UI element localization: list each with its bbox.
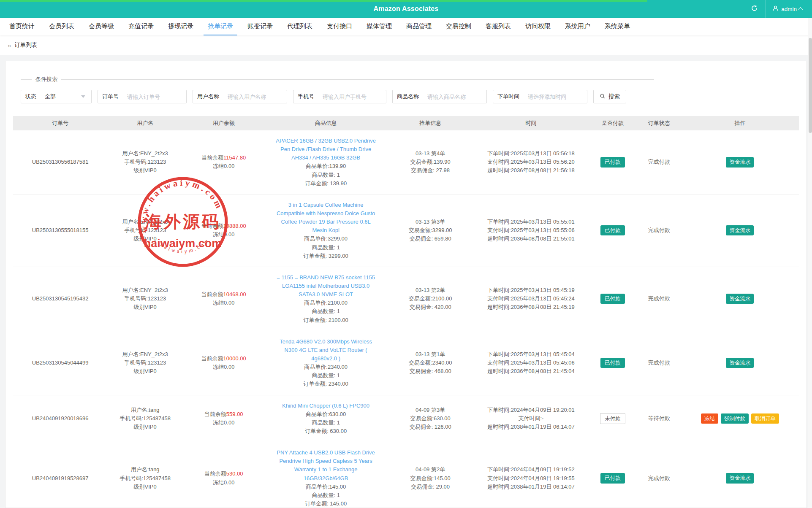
breadcrumb-label: 订单列表 bbox=[14, 41, 37, 49]
product-qty: 商品数量: 1 bbox=[267, 171, 384, 179]
time-paid: 支付时间:2025年03月13日 05:55:06 bbox=[476, 226, 586, 235]
order-amount: 订单金额: 145.00 bbox=[267, 500, 384, 508]
nav-tab[interactable]: 媒体管理 bbox=[362, 18, 396, 35]
action-button[interactable]: 取消订单 bbox=[751, 413, 779, 424]
search-icon bbox=[600, 93, 606, 100]
grab-sequence: 03-13 第3单 bbox=[390, 218, 471, 226]
time-paid: 支付时间:2025年03月13日 05:45:06 bbox=[476, 359, 586, 367]
product-link[interactable]: Tenda 4G680 V2.0 300Mbps Wireless N300 4… bbox=[275, 338, 377, 363]
chevron-up-icon bbox=[798, 7, 803, 12]
nav-tab[interactable]: 访问权限 bbox=[521, 18, 555, 35]
nav-tab[interactable]: 抢单记录 bbox=[204, 18, 237, 35]
nav-tab[interactable]: 商品管理 bbox=[402, 18, 436, 35]
grab-amount: 交易金额:2100.00 bbox=[390, 295, 471, 303]
paid-badge: 已付款 bbox=[600, 225, 625, 235]
product-link[interactable]: = 1155 = BRAND NEW B75 socket 1155 LGA11… bbox=[275, 273, 377, 299]
order-time-label: 下单时间 bbox=[493, 93, 524, 100]
user-level: 级别VIP0 bbox=[110, 166, 180, 175]
page-scrollbar[interactable] bbox=[808, 18, 812, 508]
product-qty: 商品数量: 1 bbox=[267, 307, 384, 316]
grab-amount: 交易金额:139.90 bbox=[390, 158, 471, 166]
table-row: UB2404091920018696 用户名:tang 手机号码:1254874… bbox=[13, 395, 799, 442]
grab-commission: 交易佣金: 126.00 bbox=[390, 423, 471, 431]
product-price: 商品单价:3299.00 bbox=[267, 235, 384, 243]
user-name: 用户名:ENY_2t2x3 bbox=[110, 218, 180, 226]
progress-bar bbox=[0, 0, 647, 2]
product-link[interactable]: PNY Attache 4 USB2.0 USB Flash Drive Pen… bbox=[275, 449, 377, 483]
grab-commission: 交易佣金: 468.00 bbox=[390, 367, 471, 376]
search-button[interactable]: 搜索 bbox=[593, 90, 626, 103]
time-ordered: 下单时间:2024年04月09日 19:19:52 bbox=[476, 465, 586, 474]
status-value: 全部 bbox=[41, 93, 81, 100]
col-header: 订单号 bbox=[13, 116, 107, 130]
balance-line: 当前余额10468.00 bbox=[185, 290, 262, 299]
product-link[interactable]: 3 in 1 Capsule Coffee Machine Compatible… bbox=[275, 201, 377, 235]
product-name-label: 商品名称 bbox=[393, 93, 423, 100]
grab-commission: 交易佣金: 29.00 bbox=[390, 483, 471, 491]
grab-amount: 交易金额:3299.00 bbox=[390, 226, 471, 235]
order-amount: 订单金额: 630.00 bbox=[267, 427, 384, 435]
user-icon bbox=[772, 5, 779, 13]
nav-tab[interactable]: 充值记录 bbox=[124, 18, 158, 35]
order-no-label: 订单号 bbox=[98, 93, 123, 100]
nav-tab[interactable]: 支付接口 bbox=[323, 18, 356, 35]
action-button[interactable]: 资金流水 bbox=[726, 473, 754, 483]
actions-cell: 资金流水 bbox=[681, 442, 799, 508]
order-time-input[interactable] bbox=[524, 91, 587, 103]
paid-badge: 已付款 bbox=[600, 358, 625, 368]
chevron-down-icon bbox=[81, 95, 85, 98]
user-level: 级别VIP0 bbox=[110, 367, 180, 376]
nav-tab[interactable]: 提现记录 bbox=[164, 18, 198, 35]
action-button[interactable]: 强制付款 bbox=[721, 413, 749, 424]
scrollbar-thumb[interactable] bbox=[809, 38, 812, 133]
nav-tab[interactable]: 客服列表 bbox=[481, 18, 515, 35]
nav-tab[interactable]: 交易控制 bbox=[442, 18, 475, 35]
order-amount: 订单金额: 2100.00 bbox=[267, 316, 384, 324]
refresh-button[interactable] bbox=[743, 0, 765, 18]
balance-amount: 11547.80 bbox=[223, 154, 246, 161]
user-phone: 手机号码:123123 bbox=[110, 226, 180, 235]
status-select[interactable]: 状态 全部 bbox=[21, 90, 92, 103]
nav-tab[interactable]: 系统菜单 bbox=[600, 18, 634, 35]
nav-tab[interactable]: 账变记录 bbox=[243, 18, 277, 35]
action-button[interactable]: 资金流水 bbox=[726, 294, 754, 304]
product-link[interactable]: Khind Mini Chopper (0.6 L) FPC900 bbox=[275, 402, 377, 410]
action-button[interactable]: 资金流水 bbox=[726, 157, 754, 167]
action-button[interactable]: 冻结 bbox=[701, 413, 718, 424]
order-number: UB2503130545195432 bbox=[32, 295, 89, 302]
actions-cell: 资金流水 bbox=[681, 194, 799, 267]
admin-menu[interactable]: admin bbox=[766, 0, 807, 18]
action-button[interactable]: 资金流水 bbox=[726, 358, 754, 368]
admin-label: admin bbox=[781, 6, 797, 12]
time-ordered: 下单时间:2024年04月09日 19:20:01 bbox=[476, 406, 586, 414]
col-header: 操作 bbox=[681, 116, 799, 130]
order-number: UB2503130545044499 bbox=[32, 359, 89, 366]
nav-tab[interactable]: 会员列表 bbox=[45, 18, 79, 35]
time-paid: 支付时间:- bbox=[476, 414, 586, 423]
product-link[interactable]: APACER 16GB / 32GB USB2.0 Pendrive Pen D… bbox=[275, 137, 377, 162]
nav-tab[interactable]: 代理列表 bbox=[283, 18, 317, 35]
action-button[interactable]: 资金流水 bbox=[726, 225, 754, 235]
breadcrumb: » 订单列表 bbox=[0, 35, 812, 55]
product-price: 商品单价:139.90 bbox=[267, 162, 384, 170]
order-status: 完成付款 bbox=[648, 295, 670, 302]
time-expire: 超时时间:2038年01月19日 06:14:07 bbox=[476, 483, 586, 491]
frozen-line: 冻结0.00 bbox=[185, 230, 262, 239]
order-number: UB2404091920018696 bbox=[32, 415, 89, 422]
nav-tab[interactable]: 首页统计 bbox=[5, 18, 39, 35]
paid-badge: 已付款 bbox=[600, 294, 625, 304]
product-name-input[interactable] bbox=[423, 91, 486, 103]
nav-tab[interactable]: 会员等级 bbox=[84, 18, 118, 35]
refresh-icon bbox=[751, 5, 758, 14]
order-no-input[interactable] bbox=[123, 91, 186, 103]
product-price: 商品单价:145.00 bbox=[267, 483, 384, 491]
phone-input[interactable] bbox=[318, 91, 386, 103]
order-table-body: UB2503130556187581 用户名:ENY_2t2x3 手机号码:12… bbox=[13, 130, 799, 508]
col-header: 是否付款 bbox=[588, 116, 637, 130]
user-phone: 手机号码:125487458 bbox=[110, 414, 180, 423]
user-phone: 手机号码:123123 bbox=[110, 295, 180, 303]
username-input[interactable] bbox=[223, 91, 287, 103]
nav-tab[interactable]: 系统用户 bbox=[561, 18, 595, 35]
balance-amount: 10000.00 bbox=[223, 355, 246, 362]
filter-bar: 状态 全部 订单号 用户名称 手机号 商品名称 下单时间 bbox=[21, 90, 791, 103]
